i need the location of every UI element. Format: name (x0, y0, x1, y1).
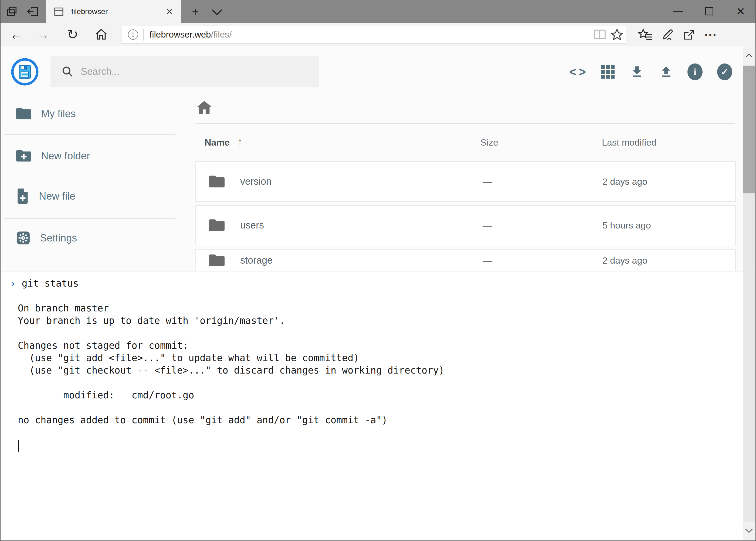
sidebar-label: New file (39, 191, 75, 202)
folder-icon (209, 175, 225, 188)
close-window-icon: ✕ (736, 5, 745, 18)
file-name: storage (240, 255, 273, 266)
download-icon[interactable] (626, 62, 648, 82)
breadcrumb-divider (195, 123, 735, 124)
select-check-icon[interactable]: ✓ (714, 62, 735, 82)
column-size[interactable]: Size (480, 137, 498, 148)
terminal-command: git status (22, 277, 79, 289)
url-host: filebrowser.web (149, 29, 211, 40)
sidebar-item-new-file[interactable]: New file (1, 180, 179, 212)
column-modified[interactable]: Last modified (602, 137, 656, 148)
back-icon[interactable]: ← (4, 23, 29, 46)
minimize-icon (673, 11, 683, 12)
file-modified: 2 days ago (603, 176, 647, 187)
home-icon[interactable] (89, 23, 114, 46)
close-tab-icon[interactable]: ✕ (166, 7, 173, 16)
scroll-down-icon[interactable] (743, 522, 755, 540)
search-box[interactable] (51, 56, 319, 87)
tab-bar: filebrowser ✕ + ✕ (1, 0, 755, 23)
maximize-icon (705, 7, 713, 15)
tab-page-icon (54, 6, 64, 17)
terminal-prompt-line: › git status (1, 277, 755, 289)
grid-view-icon[interactable] (597, 62, 619, 82)
file-name: users (240, 220, 264, 231)
column-name[interactable]: Name (205, 137, 230, 148)
scrollbar-thumb[interactable] (743, 66, 755, 194)
sidebar-item-my-files[interactable]: My files (1, 98, 179, 130)
scrollbar[interactable] (743, 46, 755, 540)
maximize-button[interactable] (694, 0, 724, 22)
gear-icon (16, 231, 30, 245)
file-size: — (483, 255, 492, 266)
browser-window: filebrowser ✕ + ✕ ← → ↻ i filebrowser.we… (0, 0, 756, 541)
site-info-icon[interactable]: i (128, 29, 138, 40)
file-size: — (483, 220, 492, 231)
terminal-panel[interactable]: › git status On branch master Your branc… (1, 271, 755, 540)
sidebar-label: Settings (40, 232, 77, 244)
file-modified: 2 days ago (603, 255, 647, 266)
sidebar-item-settings[interactable]: Settings (1, 222, 179, 254)
refresh-icon[interactable]: ↻ (61, 23, 85, 46)
shell-toggle-icon[interactable]: <> (568, 62, 590, 82)
sidebar-divider (4, 134, 175, 135)
forward-icon[interactable]: → (31, 23, 55, 46)
folder-icon (209, 254, 225, 267)
info-icon[interactable]: i (684, 62, 706, 82)
favorites-hub-icon[interactable] (636, 26, 655, 44)
search-icon (61, 65, 74, 78)
folder-icon (209, 219, 225, 232)
breadcrumb-home-icon[interactable] (196, 100, 213, 116)
address-separator (143, 29, 143, 41)
upload-icon[interactable] (655, 62, 677, 82)
folder-icon (16, 107, 31, 120)
tab-dropdown-icon[interactable] (208, 5, 226, 19)
file-name: version (240, 176, 272, 187)
filebrowser-logo[interactable] (11, 58, 39, 86)
favorite-star-icon[interactable] (609, 26, 626, 43)
prompt-chevron-icon: › (10, 277, 16, 289)
share-icon[interactable] (680, 26, 698, 44)
sidebar-item-new-folder[interactable]: New folder (1, 140, 179, 172)
sidebar-divider (4, 218, 175, 219)
tab-filebrowser[interactable]: filebrowser ✕ (46, 0, 181, 23)
listing-header: Name ↑ Size Last modified (195, 135, 735, 150)
sidebar-label: My files (41, 108, 76, 120)
url-path: /files/ (211, 29, 232, 40)
set-tabs-aside-icon[interactable] (25, 4, 41, 19)
sidebar-label: New folder (41, 150, 90, 162)
navigation-bar: ← → ↻ i filebrowser.web /files/ (1, 23, 755, 46)
file-size: — (483, 176, 492, 187)
sort-up-icon[interactable]: ↑ (237, 136, 243, 148)
minimize-button[interactable] (663, 0, 693, 22)
reading-view-icon[interactable] (591, 26, 609, 43)
search-input[interactable] (81, 66, 297, 77)
terminal-output: On branch master Your branch is up to da… (1, 289, 755, 426)
more-menu-icon[interactable]: ··· (701, 26, 720, 44)
scroll-up-icon[interactable] (743, 46, 755, 65)
tab-preview-icon[interactable] (4, 4, 19, 19)
file-row-users[interactable]: users — 5 hours ago (195, 205, 736, 245)
file-row-version[interactable]: version — 2 days ago (195, 161, 736, 202)
close-window-button[interactable]: ✕ (725, 0, 756, 22)
terminal-cursor (18, 440, 19, 452)
folder-plus-icon (16, 149, 31, 162)
annotate-pen-icon[interactable] (658, 26, 677, 44)
new-tab-button[interactable]: + (187, 4, 204, 19)
address-bar[interactable]: i filebrowser.web /files/ (121, 26, 626, 44)
file-plus-icon (16, 189, 29, 204)
tab-title: filebrowser (71, 7, 166, 16)
file-modified: 5 hours ago (603, 220, 651, 231)
